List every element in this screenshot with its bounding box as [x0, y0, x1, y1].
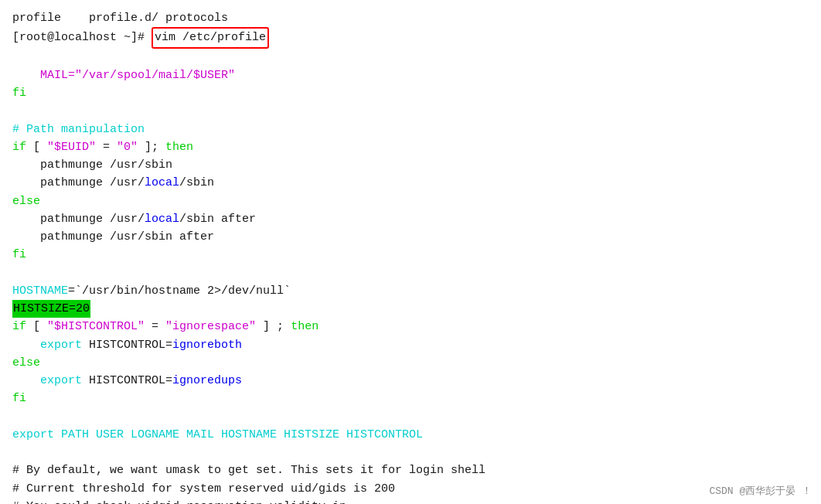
mail-text: MAIL="/var/spool/mail/$USER" — [12, 66, 235, 84]
histsize-highlighted: HISTSIZE=20 — [12, 300, 90, 318]
histcontrol-var: "$HISTCONTROL" — [47, 318, 145, 335]
line-blank-1 — [12, 49, 809, 66]
pathmunge-1: pathmunge /usr/sbin — [12, 156, 172, 174]
line-prompt: [root@localhost ~]# vim /etc/profile — [12, 27, 809, 48]
pathmunge-3-post: /sbin after — [179, 210, 256, 228]
ignoreboth-val: ignoreboth — [172, 336, 242, 354]
line-if-euid: if [ "$EUID" = "0" ]; then — [12, 138, 809, 156]
comment-path: # Path manipulation — [12, 121, 145, 138]
line-fi-1: fi — [12, 84, 809, 102]
euid-var: "$EUID" — [47, 138, 96, 156]
then-keyword: then — [165, 138, 193, 156]
line-pathmunge-4: pathmunge /usr/sbin after — [12, 228, 809, 246]
pathmunge-3-pre: pathmunge /usr/ — [12, 210, 145, 228]
if-keyword: if — [12, 138, 26, 156]
pathmunge-4: pathmunge /usr/sbin after — [12, 228, 214, 246]
pathmunge-2-pre: pathmunge /usr/ — [12, 174, 145, 192]
line-pathmunge-1: pathmunge /usr/sbin — [12, 156, 809, 174]
ignoredups-val: ignoredups — [172, 372, 242, 390]
histcontrol-export-2: HISTCONTROL= — [89, 372, 172, 390]
line-blank-5 — [12, 444, 809, 461]
code-content: profile profile.d/ protocols [root@local… — [0, 6, 821, 504]
watermark: CSDN @西华彭于晏 ！ — [709, 484, 812, 498]
histsize-var: HISTSIZE — [13, 302, 69, 315]
prompt-text: [root@localhost ~]# — [12, 29, 152, 46]
else-keyword-1: else — [12, 192, 40, 210]
pathmunge-2-post: /sbin — [179, 174, 214, 192]
terminal-window: profile profile.d/ protocols [root@local… — [0, 0, 821, 504]
if-eq: = — [96, 138, 117, 156]
line-fi-3: fi — [12, 390, 809, 407]
euid-val: "0" — [117, 138, 138, 156]
fi-keyword-1: fi — [12, 84, 26, 102]
comment-3: # You could check uidgid reservation val… — [12, 498, 346, 504]
line-blank-2 — [12, 102, 809, 120]
if-eq-2: = — [145, 318, 165, 335]
line-export-ignoreboth: export HISTCONTROL=ignoreboth — [12, 336, 809, 354]
fi-keyword-2: fi — [12, 246, 26, 264]
histcontrol-export: HISTCONTROL= — [89, 336, 172, 354]
line-export-all: export PATH USER LOGNAME MAIL HOSTNAME H… — [12, 426, 809, 444]
hostname-var: HOSTNAME — [12, 282, 68, 300]
else-keyword-2: else — [12, 354, 40, 372]
line-if-histcontrol: if [ "$HISTCONTROL" = "ignorespace" ] ; … — [12, 318, 809, 335]
histsize-val: =20 — [69, 302, 90, 315]
hostname-val: =`/usr/bin/hostname 2>/dev/null` — [68, 282, 291, 300]
line-hostname: HOSTNAME=`/usr/bin/hostname 2>/dev/null` — [12, 282, 809, 300]
line-pathmunge-2: pathmunge /usr/local/sbin — [12, 174, 809, 192]
vim-command-highlighted: vim /etc/profile — [152, 27, 269, 48]
line-comment-2: # Current threshold for system reserved … — [12, 480, 809, 498]
local-keyword: local — [145, 174, 179, 192]
line-fi-2: fi — [12, 246, 809, 264]
text-profile: profile profile.d/ protocols — [12, 9, 228, 27]
export-kw-2: export — [12, 372, 89, 390]
line-comment-path: # Path manipulation — [12, 121, 809, 138]
line-comment-3: # You could check uidgid reservation val… — [12, 498, 809, 504]
ignorespace-val: "ignorespace" — [165, 318, 256, 335]
then-kw-2: then — [291, 318, 319, 335]
line-mail: MAIL="/var/spool/mail/$USER" — [12, 66, 809, 84]
line-blank-4 — [12, 408, 809, 426]
line-comment-1: # By default, we want umask to get set. … — [12, 461, 809, 479]
if-kw-2: if — [12, 318, 26, 335]
comment-1: # By default, we want umask to get set. … — [12, 461, 485, 479]
line-blank-3 — [12, 264, 809, 282]
fi-keyword-3: fi — [12, 390, 26, 407]
if-bracket-end: ] ; — [256, 318, 291, 335]
line-histsize: HISTSIZE=20 — [12, 300, 809, 318]
export-all-kw: export PATH USER LOGNAME MAIL HOSTNAME H… — [12, 426, 423, 444]
if-bracket: [ — [26, 138, 47, 156]
local-keyword-2: local — [145, 210, 179, 228]
line-1: profile profile.d/ protocols — [12, 9, 809, 27]
if-bracket-2: [ — [26, 318, 47, 335]
export-kw-1: export — [12, 336, 89, 354]
if-then: ]; — [138, 138, 165, 156]
line-pathmunge-3: pathmunge /usr/local/sbin after — [12, 210, 809, 228]
line-else-1: else — [12, 192, 809, 210]
line-export-ignoredups: export HISTCONTROL=ignoredups — [12, 372, 809, 390]
line-else-2: else — [12, 354, 809, 372]
comment-2: # Current threshold for system reserved … — [12, 480, 395, 498]
